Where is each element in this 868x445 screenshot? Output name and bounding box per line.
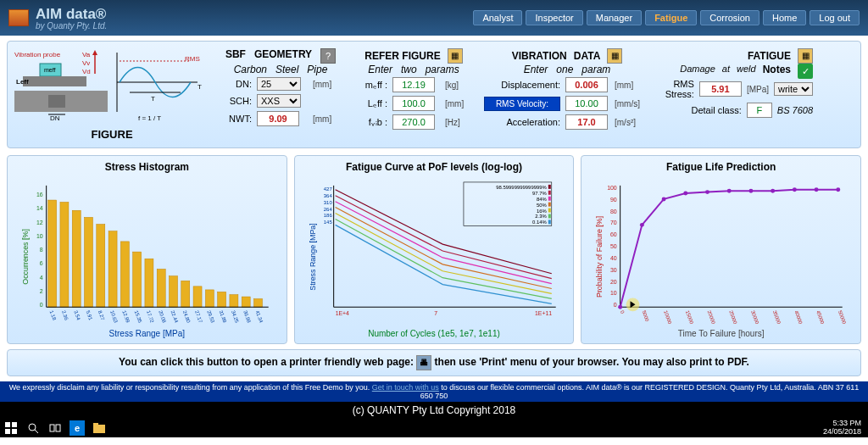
dn-select[interactable]: 25 [257,77,301,91]
disp-input[interactable] [565,77,608,92]
write-select[interactable]: write [774,82,813,96]
svg-rect-141 [56,425,60,431]
svg-text:Vd: Vd [82,68,91,75]
svg-text:40: 40 [610,255,617,261]
rms-velocity-button[interactable]: RMS Velocity: [484,97,560,111]
detailclass-input[interactable] [747,103,772,118]
nav-corrosion[interactable]: Corrosion [700,10,760,25]
sch-select[interactable]: XXS [257,94,301,108]
leff-input[interactable] [392,96,435,111]
svg-rect-39 [242,297,250,307]
svg-text:Va: Va [82,51,91,58]
print-button[interactable]: 🖶 [416,355,431,370]
hdr-enter1: Enter [368,64,392,75]
svg-rect-25 [72,210,81,307]
hdr-enter2: Enter [524,64,548,75]
notes-check-icon[interactable]: ✓ [798,64,813,79]
svg-rect-142 [93,425,105,433]
hdr-sbf: SBF [225,48,246,64]
svg-text:98.59999999999999%: 98.59999999999999% [496,185,547,190]
leff-unit: [mm] [445,99,474,108]
svg-rect-73 [548,185,550,189]
calc-vibration-button[interactable]: ▦ [607,48,622,64]
svg-text:186: 186 [323,213,332,218]
nav-logout[interactable]: Log out [810,10,860,25]
disp-unit: [mm] [615,81,650,90]
hdr-params1: params [426,64,459,75]
svg-rect-29 [120,242,129,307]
svg-text:5.91: 5.91 [86,310,94,321]
figure-label: FIGURE [14,128,209,141]
explorer-icon[interactable] [92,420,107,436]
input-panel: Vibration probe Va Vv Vd meff Leff DN RM… [7,41,861,148]
svg-rect-77 [548,197,550,201]
nav-manager[interactable]: Manager [587,10,642,25]
nwt-input[interactable] [257,111,299,126]
svg-text:100: 100 [608,185,618,191]
svg-text:30000: 30000 [750,310,760,325]
print-text-pre: You can click this button to open a prin… [119,356,414,368]
svg-text:29.53: 29.53 [206,310,215,325]
svg-text:84%: 84% [537,197,548,202]
svg-rect-36 [205,290,214,307]
svg-rect-81 [548,209,550,213]
hdr-param: param [581,64,610,75]
probe-diagram: Vibration probe Va Vv Vd meff Leff DN [14,48,108,125]
contact-link[interactable]: Get in touch with us [372,383,439,392]
nav-inspector[interactable]: Inspector [526,10,582,25]
svg-text:90: 90 [610,197,617,203]
svg-text:427: 427 [323,186,331,192]
svg-point-127 [705,190,709,194]
life-title: Fatigue Life Prediction [587,161,855,173]
svg-text:Occurrences [%]: Occurrences [%] [21,229,30,285]
edge-icon[interactable]: e [70,420,85,436]
svg-point-132 [815,187,819,192]
meff-input[interactable] [392,77,435,92]
svg-rect-79 [548,203,550,207]
hdr-one: one [556,64,573,75]
hdr-notes: Notes [763,64,791,79]
rmsstress-input[interactable] [699,81,742,97]
hdr-damage: Damage [680,64,715,79]
brand-block: AIM data® by Quanty Pty. Ltd. [36,6,107,31]
fvib-unit: [Hz] [445,118,474,127]
nav-analyst[interactable]: Analyst [473,10,522,25]
wave-diagram: RMS T T f = 1 / T [113,48,206,125]
svg-text:6: 6 [40,260,43,266]
meff-label: mₑff : [353,80,387,91]
rmsvel-input[interactable] [565,96,608,111]
clock[interactable]: 5:33 PM 24/05/2018 [823,420,865,437]
accel-input[interactable] [565,114,608,130]
nav-fatigue[interactable]: Fatigue [645,10,697,25]
svg-text:40000: 40000 [794,310,804,325]
svg-text:1E+11: 1E+11 [535,310,552,316]
svg-text:20: 20 [610,279,617,285]
fvib-input[interactable] [392,114,435,130]
svg-rect-11 [48,95,65,108]
calc-refer-button[interactable]: ▦ [448,48,463,64]
svg-text:50000: 50000 [837,310,848,325]
svg-marker-5 [92,50,97,55]
accel-label: Acceleration: [484,117,560,127]
nwt-label: NWT: [218,114,252,124]
svg-text:Vibration probe: Vibration probe [14,51,61,58]
svg-text:RMS: RMS [185,55,200,63]
svg-text:31.89: 31.89 [219,310,228,325]
start-icon[interactable] [3,420,19,436]
svg-rect-23 [48,200,57,307]
help-geometry-button[interactable]: ? [320,48,336,64]
svg-rect-143 [93,423,98,426]
svg-rect-24 [60,202,69,307]
hdr-refer-figure: REFER FIGURE [364,50,440,62]
svg-text:15000: 15000 [685,310,695,325]
search-icon[interactable] [25,420,41,436]
nav-home[interactable]: Home [763,10,806,25]
dn-label: DN: [218,79,252,89]
detailclass-label: Detail class: [692,105,742,115]
calc-fatigue-button[interactable]: ▦ [798,48,813,64]
chart-fatigue-curve: Fatigue Curve at PoF levels (log-log) St… [294,155,575,344]
svg-text:12.99: 12.99 [121,310,131,325]
svg-rect-137 [12,429,17,434]
taskview-icon[interactable] [47,420,63,436]
svg-text:16: 16 [36,192,43,197]
